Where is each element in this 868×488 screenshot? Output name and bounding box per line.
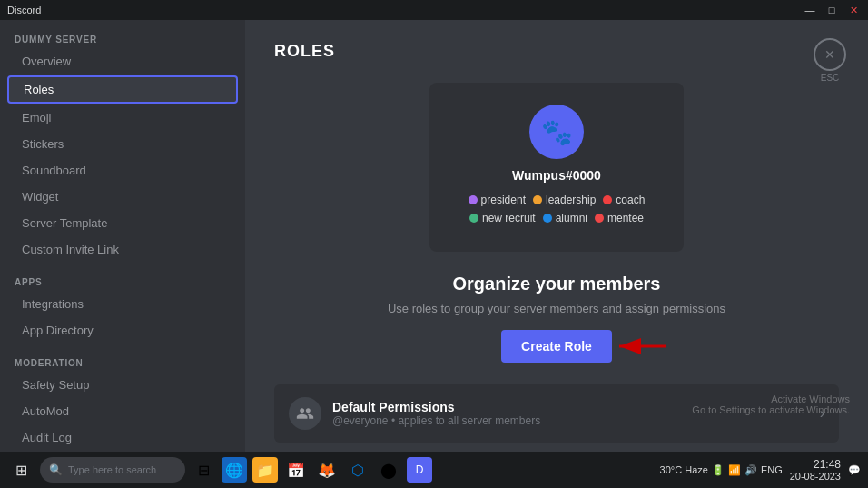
sidebar: DUMMY SERVER Overview Roles Emoji Sticke…: [0, 20, 245, 452]
wifi-icon: 📶: [728, 464, 741, 476]
file-explorer-icon[interactable]: 📁: [252, 457, 278, 483]
avatar: 🐾: [529, 105, 584, 159]
app-title: Discord: [7, 5, 41, 15]
calendar-icon[interactable]: 📅: [283, 457, 309, 483]
new-recruit-dot: [469, 214, 478, 223]
language-label: ENG: [761, 464, 783, 475]
title-bar: Discord — □ ✕: [0, 0, 868, 20]
sidebar-item-automod[interactable]: AutoMod: [7, 399, 238, 423]
search-placeholder: Type here to search: [68, 464, 156, 475]
role-mentee: mentee: [595, 212, 644, 224]
close-button[interactable]: ✕: [846, 5, 861, 16]
cta-section: Organize your members Use roles to group…: [274, 274, 839, 363]
task-view-button[interactable]: ⊟: [191, 457, 216, 483]
firefox-icon[interactable]: 🦊: [314, 457, 340, 483]
preview-card: 🐾 Wumpus#0000 president leadership coach: [429, 83, 684, 252]
role-coach: coach: [603, 194, 645, 206]
sidebar-item-custom-invite-link[interactable]: Custom Invite Link: [7, 237, 238, 262]
default-permissions-row[interactable]: Default Permissions @everyone • applies …: [274, 384, 839, 443]
avatar-icon: 🐾: [541, 117, 573, 147]
sidebar-item-stickers[interactable]: Stickers: [7, 132, 238, 156]
moderation-section-header: MODERATION: [0, 344, 245, 372]
cta-title: Organize your members: [274, 274, 839, 294]
sidebar-item-widget[interactable]: Widget: [7, 184, 238, 209]
sidebar-item-integrations[interactable]: Integrations: [7, 292, 238, 316]
notification-icon[interactable]: 💬: [848, 464, 861, 476]
vscode-icon[interactable]: ⬡: [345, 457, 370, 483]
username: Wumpus#0000: [512, 168, 601, 183]
taskbar-icons: ⊟ 🌐 📁 📅 🦊 ⬡ ⬤ D: [191, 457, 432, 483]
alumni-dot: [543, 214, 552, 223]
app-body: DUMMY SERVER Overview Roles Emoji Sticke…: [0, 20, 868, 452]
permissions-left: Default Permissions @everyone • applies …: [289, 397, 540, 430]
roles-row-1: president leadership coach: [469, 194, 646, 206]
volume-icon: 🔊: [745, 464, 757, 476]
esc-circle-icon: ✕: [814, 38, 846, 71]
permissions-subtitle: @everyone • applies to all server member…: [332, 414, 540, 427]
apps-section-header: APPS: [0, 263, 245, 291]
create-role-button[interactable]: Create Role: [501, 330, 612, 363]
create-role-wrapper: Create Role: [501, 330, 612, 363]
time-display: 21:48: [790, 458, 841, 471]
esc-label: ESC: [821, 73, 840, 83]
taskbar-right: 30°C Haze 🔋 📶 🔊 ENG 21:48 20-08-2023 💬: [660, 458, 861, 482]
discord-taskbar-icon[interactable]: D: [407, 457, 432, 483]
cta-description: Use roles to group your server members a…: [274, 302, 839, 315]
sidebar-item-soundboard[interactable]: Soundboard: [7, 158, 238, 183]
president-dot: [469, 195, 478, 204]
chevron-right-icon: ›: [820, 405, 824, 422]
sidebar-item-emoji[interactable]: Emoji: [7, 105, 238, 130]
weather-text: 30°C Haze: [660, 464, 708, 475]
search-icon: 🔍: [49, 463, 63, 476]
page-title: ROLES: [274, 42, 839, 61]
taskbar-search[interactable]: 🔍 Type here to search: [40, 457, 185, 483]
red-arrow-annotation: [612, 332, 671, 361]
esc-button[interactable]: ✕ ESC: [814, 38, 846, 83]
permissions-icon: [289, 397, 321, 430]
roles-row-2: new recruit alumni mentee: [469, 212, 644, 224]
taskbar-left: ⊞ 🔍 Type here to search ⊟ 🌐 📁 📅 🦊 ⬡ ⬤ D: [7, 456, 432, 483]
taskbar-clock[interactable]: 21:48 20-08-2023: [790, 458, 841, 482]
sidebar-item-server-template[interactable]: Server Template: [7, 211, 238, 235]
minimize-button[interactable]: —: [803, 5, 817, 16]
leadership-dot: [533, 195, 542, 204]
role-alumni: alumni: [543, 212, 587, 224]
date-display: 20-08-2023: [790, 471, 841, 482]
coach-dot: [603, 195, 612, 204]
permissions-info: Default Permissions @everyone • applies …: [332, 400, 540, 427]
sidebar-item-safety-setup[interactable]: Safety Setup: [7, 373, 238, 397]
content-area: ROLES ✕ ESC 🐾 Wumpus#0000 president lead…: [245, 20, 868, 452]
sidebar-item-audit-log[interactable]: Audit Log: [7, 425, 238, 450]
role-new-recruit: new recruit: [469, 212, 536, 224]
sidebar-item-overview[interactable]: Overview: [7, 49, 238, 74]
browser-icon[interactable]: 🌐: [222, 457, 247, 483]
taskbar: ⊞ 🔍 Type here to search ⊟ 🌐 📁 📅 🦊 ⬡ ⬤ D …: [0, 452, 868, 488]
taskbar-sys-tray: 30°C Haze 🔋 📶 🔊 ENG: [660, 464, 783, 476]
battery-icon: 🔋: [712, 464, 725, 476]
chrome-icon[interactable]: ⬤: [376, 457, 401, 483]
sidebar-item-app-directory[interactable]: App Directory: [7, 318, 238, 343]
window-controls: — □ ✕: [803, 5, 861, 16]
role-president: president: [469, 194, 526, 206]
sidebar-item-roles[interactable]: Roles: [7, 75, 238, 104]
server-name: DUMMY SERVER: [0, 20, 245, 48]
start-button[interactable]: ⊞: [7, 456, 35, 483]
maximize-button[interactable]: □: [824, 5, 839, 16]
role-leadership: leadership: [533, 194, 596, 206]
permissions-title: Default Permissions: [332, 400, 540, 414]
mentee-dot: [595, 214, 604, 223]
